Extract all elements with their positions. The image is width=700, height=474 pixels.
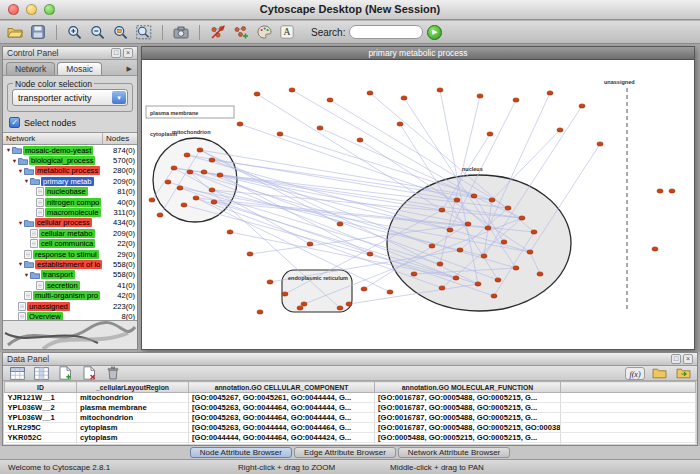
window-titlebar[interactable]: Cytoscape Desktop (New Session) bbox=[0, 0, 700, 20]
expand-arrow-icon[interactable]: ▼ bbox=[17, 168, 24, 174]
tree-node-label: nitrogen compo bbox=[45, 198, 101, 207]
hide-selected-icon[interactable] bbox=[208, 23, 228, 42]
tree-row[interactable]: ▼metabolic process280(0) bbox=[3, 166, 137, 176]
tree-row[interactable]: ▼establishment of lo558(0) bbox=[3, 259, 137, 269]
export-attributes-icon[interactable] bbox=[673, 364, 693, 383]
tab-mosaic[interactable]: Mosaic bbox=[57, 62, 102, 75]
column-header[interactable]: annotation.GO MOLECULAR_FUNCTION bbox=[375, 382, 561, 393]
expand-arrow-icon[interactable]: ▼ bbox=[5, 147, 12, 153]
expand-arrow-icon[interactable]: ▼ bbox=[17, 220, 24, 226]
close-panel-icon[interactable]: × bbox=[123, 48, 133, 58]
table-row[interactable]: YLR295Ccytoplasm[GO:0045263, GO:0044444,… bbox=[5, 423, 696, 433]
delete-attribute-icon[interactable] bbox=[79, 364, 99, 383]
tab-node-attribute-browser[interactable]: Node Attribute Browser bbox=[190, 447, 292, 458]
search-input[interactable] bbox=[349, 25, 423, 39]
table-cell[interactable]: cytoplasm bbox=[77, 433, 189, 443]
table-row[interactable]: YKR052Ccytoplasm[GO:0044444, GO:0044464,… bbox=[5, 433, 696, 443]
zoom-out-icon[interactable] bbox=[88, 23, 108, 42]
table-cell[interactable]: [GO:0016787, GO:0005488, GO:0005215, G..… bbox=[375, 403, 561, 413]
zoom-selected-icon[interactable] bbox=[111, 23, 131, 42]
tree-row[interactable]: response to stimul29(0) bbox=[3, 249, 137, 259]
table-cell[interactable]: YJR121W__1 bbox=[5, 393, 77, 403]
tree-row[interactable]: ▼biological_process570(0) bbox=[3, 155, 137, 165]
tree-row[interactable]: multi-organism pro42(0) bbox=[3, 290, 137, 300]
zoom-fit-icon[interactable] bbox=[134, 23, 154, 42]
table-cell[interactable]: YLR295C bbox=[5, 423, 77, 433]
node-color-dropdown[interactable]: transporter activity ▾ bbox=[12, 89, 128, 106]
clear-attributes-icon[interactable] bbox=[103, 364, 123, 383]
table-row[interactable]: YPL036W__2plasma membrane[GO:0045263, GO… bbox=[5, 403, 696, 413]
zoom-in-icon[interactable] bbox=[65, 23, 85, 42]
expand-arrow-icon[interactable]: ▼ bbox=[23, 178, 30, 184]
select-all-attributes-icon[interactable] bbox=[31, 364, 51, 383]
create-attribute-icon[interactable] bbox=[55, 364, 75, 383]
float-panel-icon[interactable]: □ bbox=[111, 48, 121, 58]
select-nodes-checkbox[interactable]: ✓ bbox=[9, 117, 20, 128]
float-data-panel-icon[interactable]: □ bbox=[671, 354, 681, 364]
table-cell[interactable]: mitochondrion bbox=[77, 443, 189, 445]
table-cell[interactable]: YDR039C__1 bbox=[5, 443, 77, 445]
tree-row[interactable]: nucleobase81(0) bbox=[3, 187, 137, 197]
tree-row[interactable]: ▼transport558(0) bbox=[3, 270, 137, 280]
import-attributes-icon[interactable] bbox=[649, 364, 669, 383]
table-row[interactable]: YPL036W__1mitochondrion[GO:0045263, GO:0… bbox=[5, 413, 696, 423]
tab-overflow-arrow-icon[interactable]: ▶ bbox=[127, 65, 134, 75]
create-network-from-selection-icon[interactable] bbox=[231, 23, 251, 42]
table-cell[interactable]: plasma membrane bbox=[77, 403, 189, 413]
vizmapper-icon[interactable] bbox=[254, 23, 274, 42]
column-header[interactable]: ID bbox=[5, 382, 77, 393]
snapshot-icon[interactable] bbox=[171, 23, 191, 42]
search-go-button[interactable]: ▶ bbox=[427, 25, 442, 40]
network-overview-thumbnail[interactable] bbox=[3, 320, 137, 349]
tree-row[interactable]: ▼primary metab209(0) bbox=[3, 176, 137, 186]
tab-edge-attribute-browser[interactable]: Edge Attribute Browser bbox=[294, 447, 396, 458]
close-data-panel-icon[interactable]: × bbox=[683, 354, 693, 364]
save-session-icon[interactable] bbox=[28, 23, 48, 42]
tree-row[interactable]: ▼mosaic-demo-yeast874(0) bbox=[3, 145, 137, 155]
table-row[interactable]: YJR121W__1mitochondrion[GO:0045267, GO:0… bbox=[5, 393, 696, 403]
expand-arrow-icon[interactable]: ▼ bbox=[17, 261, 24, 267]
tree-row[interactable]: cell communica22(0) bbox=[3, 239, 137, 249]
annotation-icon[interactable]: A bbox=[277, 23, 297, 42]
table-cell[interactable]: [GO:0045267, GO:0045261, GO:0044444, G..… bbox=[189, 393, 375, 403]
tree-row[interactable]: nitrogen compo40(0) bbox=[3, 197, 137, 207]
table-cell[interactable]: [GO:0016787, GO:0005488, GO:0005215, G..… bbox=[375, 413, 561, 423]
status-welcome: Welcome to Cytoscape 2.8.1 bbox=[8, 463, 110, 472]
table-cell[interactable]: YPL036W__2 bbox=[5, 403, 77, 413]
table-cell[interactable]: cytoplasm bbox=[77, 423, 189, 433]
column-header[interactable]: _cellularLayoutRegion bbox=[77, 382, 189, 393]
table-cell[interactable]: [GO:0045263, GO:0044444, GO:0044464, G..… bbox=[189, 423, 375, 433]
open-session-icon[interactable] bbox=[5, 23, 25, 42]
network-window-titlebar[interactable]: primary metabolic process bbox=[142, 47, 694, 60]
table-cell[interactable]: [GO:0016787, GO:0005488, GO:0005215, G..… bbox=[375, 393, 561, 403]
dropdown-arrow-icon: ▾ bbox=[112, 91, 126, 104]
table-cell[interactable]: YKR052C bbox=[5, 433, 77, 443]
tab-network[interactable]: Network bbox=[6, 62, 55, 75]
expand-arrow-icon[interactable]: ▼ bbox=[23, 272, 30, 278]
tree-row[interactable]: secretion41(0) bbox=[3, 280, 137, 290]
table-row[interactable]: YDR039C__1mitochondrion[GO:0044444, GO:0… bbox=[5, 443, 696, 445]
table-cell[interactable]: [GO:0044444, GO:0044464, GO:0044444, G..… bbox=[189, 443, 375, 445]
tree-row[interactable]: unassigned223(0) bbox=[3, 301, 137, 311]
table-cell[interactable]: [GO:0005488, GO:0005215, GO:0005215, G..… bbox=[375, 433, 561, 443]
tree-column-nodes[interactable]: Nodes bbox=[103, 133, 137, 144]
network-canvas[interactable]: plasma membranecytoplasmmitochondrionnuc… bbox=[142, 60, 694, 349]
tree-row[interactable]: cellular metabo209(0) bbox=[3, 228, 137, 238]
table-cell[interactable]: [GO:0016787, GO:0005488, GO:0005215, G..… bbox=[375, 443, 561, 445]
tree-column-network[interactable]: Network bbox=[3, 133, 103, 144]
tree-row[interactable]: macromolecule311(0) bbox=[3, 207, 137, 217]
expand-arrow-icon[interactable]: ▼ bbox=[11, 158, 18, 164]
tree-row[interactable]: ▼cellular process434(0) bbox=[3, 218, 137, 228]
table-cell[interactable]: mitochondrion bbox=[77, 413, 189, 423]
table-cell[interactable]: [GO:0044444, GO:0044464, GO:0044424, G..… bbox=[189, 433, 375, 443]
table-cell[interactable]: [GO:0045263, GO:0044464, GO:0044444, G..… bbox=[189, 413, 375, 423]
table-cell[interactable]: mitochondrion bbox=[77, 393, 189, 403]
table-cell[interactable]: [GO:0016787, GO:0005488, GO:0005215, GO:… bbox=[375, 423, 561, 433]
formula-builder-button[interactable]: f(x) bbox=[625, 364, 645, 383]
column-header[interactable]: annotation.GO CELLULAR_COMPONENT bbox=[189, 382, 375, 393]
select-attributes-icon[interactable] bbox=[7, 364, 27, 383]
tree-node-count: 558(0) bbox=[111, 270, 135, 279]
table-cell[interactable]: YPL036W__1 bbox=[5, 413, 77, 423]
tab-network-attribute-browser[interactable]: Network Attribute Browser bbox=[398, 447, 510, 458]
table-cell[interactable]: [GO:0045263, GO:0044464, GO:0044444, G..… bbox=[189, 403, 375, 413]
